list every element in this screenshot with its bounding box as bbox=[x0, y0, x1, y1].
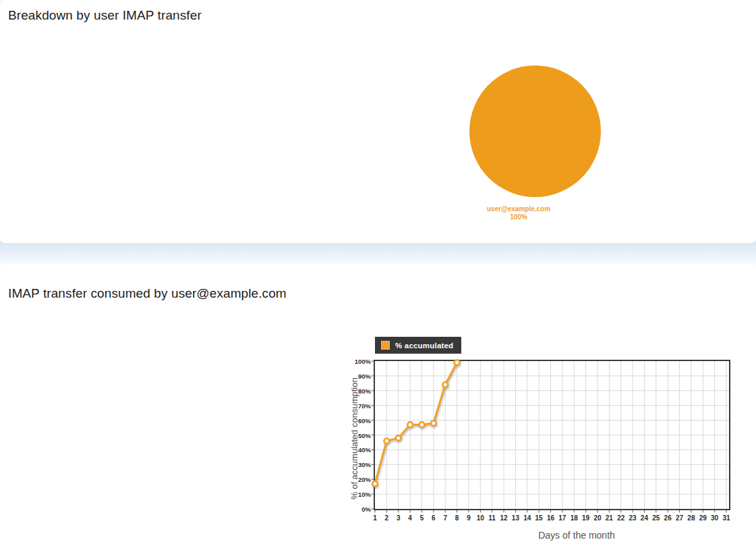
x-tick-label: 20 bbox=[591, 514, 604, 522]
x-tick-label: 10 bbox=[474, 514, 486, 522]
y-tick-label: 80% bbox=[343, 387, 371, 395]
x-tick-label: 18 bbox=[568, 514, 580, 522]
pie-slice-label: user@example.com 100% bbox=[465, 205, 573, 221]
legend-swatch-icon bbox=[381, 341, 390, 350]
x-tick-label: 16 bbox=[545, 514, 557, 522]
line-plot-svg bbox=[375, 361, 729, 509]
y-tick-label: 40% bbox=[343, 446, 371, 454]
section-divider bbox=[0, 238, 756, 269]
x-tick-label: 24 bbox=[638, 514, 650, 522]
x-tick-label: 28 bbox=[685, 514, 697, 522]
x-tick-label: 22 bbox=[615, 514, 627, 522]
line-section-title: IMAP transfer consumed by user@example.c… bbox=[8, 286, 287, 301]
chart-legend: % accumulated bbox=[375, 337, 461, 354]
pie-slice-percent: 100% bbox=[465, 213, 573, 221]
y-tick-label: 20% bbox=[343, 476, 371, 483]
x-tick-label: 13 bbox=[509, 514, 521, 522]
pie-chart-section: Breakdown by user IMAP transfer user@exa… bbox=[0, 0, 756, 238]
x-tick-label: 25 bbox=[650, 514, 662, 522]
x-tick-label: 21 bbox=[603, 514, 615, 522]
x-tick-label: 27 bbox=[674, 514, 686, 522]
x-tick-label: 4 bbox=[404, 514, 416, 522]
line-plot-area bbox=[374, 360, 730, 510]
x-tick-label: 1 bbox=[369, 514, 381, 522]
x-tick-label: 14 bbox=[521, 514, 533, 522]
x-tick-label: 29 bbox=[697, 514, 709, 522]
x-axis-title: Days of the month bbox=[509, 530, 644, 541]
pie-chart bbox=[469, 65, 601, 197]
y-tick-label: 0% bbox=[343, 506, 371, 513]
pie-slice-name: user@example.com bbox=[465, 205, 573, 213]
x-tick-label: 30 bbox=[709, 514, 721, 522]
x-tick-label: 23 bbox=[627, 514, 639, 522]
x-tick-label: 6 bbox=[428, 514, 440, 522]
x-tick-label: 2 bbox=[380, 514, 392, 522]
y-tick-label: 10% bbox=[343, 491, 371, 498]
x-tick-label: 9 bbox=[463, 514, 475, 522]
x-tick-label: 19 bbox=[580, 514, 592, 522]
statistics-report-page: Breakdown by user IMAP transfer user@exa… bbox=[0, 0, 756, 544]
x-tick-label: 7 bbox=[439, 514, 451, 522]
x-tick-label: 11 bbox=[486, 514, 498, 522]
x-tick-label: 31 bbox=[720, 514, 732, 522]
x-tick-label: 3 bbox=[392, 514, 405, 522]
x-tick-label: 8 bbox=[451, 514, 463, 522]
pie-section-title: Breakdown by user IMAP transfer bbox=[8, 8, 202, 23]
y-tick-label: 50% bbox=[343, 432, 371, 439]
x-tick-label: 26 bbox=[662, 514, 674, 522]
legend-label: % accumulated bbox=[395, 342, 453, 350]
x-tick-label: 5 bbox=[415, 514, 428, 522]
y-tick-label: 100% bbox=[343, 358, 371, 365]
x-tick-label: 12 bbox=[498, 514, 510, 522]
y-tick-label: 90% bbox=[343, 373, 371, 380]
x-tick-label: 15 bbox=[533, 514, 545, 522]
y-tick-label: 70% bbox=[343, 402, 371, 410]
x-tick-label: 17 bbox=[556, 514, 569, 522]
y-tick-label: 60% bbox=[343, 417, 371, 425]
y-tick-label: 30% bbox=[343, 461, 371, 468]
